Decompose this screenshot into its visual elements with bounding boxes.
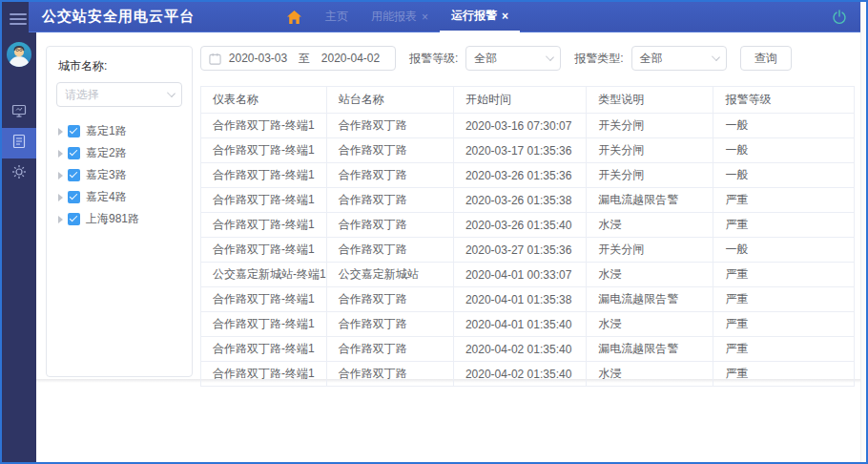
tree-item-label: 嘉定4路 (86, 189, 127, 205)
menu-toggle-icon[interactable] (10, 11, 27, 24)
table-cell: 合作路双丁路 (326, 188, 453, 213)
tab-主页[interactable]: 主页 (314, 2, 360, 32)
caret-right-icon[interactable] (58, 216, 63, 223)
alarm-level-select[interactable]: 全部 (465, 46, 561, 71)
tab-close-icon[interactable]: × (502, 10, 508, 23)
tree-item-嘉定3路[interactable]: 嘉定3路 (56, 164, 182, 186)
vertical-scrollbar[interactable] (860, 2, 866, 462)
alarm-table: 仪表名称站台名称开始时间类型说明报警等级 合作路双丁路-终端1合作路双丁路202… (200, 86, 855, 387)
sidebar-menu (2, 97, 36, 189)
table-cell: 严重 (713, 263, 855, 287)
table-row[interactable]: 合作路双丁路-终端1合作路双丁路2020-03-26 01:35:40水浸严重 (201, 213, 855, 238)
table-cell: 2020-03-26 01:35:40 (453, 213, 586, 238)
date-range-picker[interactable]: 2020-03-03 至 2020-04-02 (200, 46, 396, 71)
table-cell: 合作路双丁路 (326, 337, 453, 362)
table-cell: 一般 (713, 163, 855, 188)
alarm-type-label: 报警类型: (574, 51, 623, 67)
table-cell: 合作路双丁路 (326, 114, 453, 138)
table-cell: 2020-04-01 01:35:38 (453, 287, 586, 312)
caret-right-icon[interactable] (58, 150, 63, 158)
checkbox-checked[interactable] (68, 125, 80, 137)
table-cell: 漏电流越限告警 (587, 287, 713, 312)
chevron-down-icon (167, 89, 176, 97)
alarm-type-select[interactable]: 全部 (631, 46, 727, 71)
power-icon[interactable] (832, 10, 847, 29)
table-cell: 漏电流越限告警 (587, 337, 713, 362)
checkbox-checked[interactable] (68, 169, 80, 181)
table-row[interactable]: 合作路双丁路-终端1合作路双丁路2020-03-26 01:35:38漏电流越限… (201, 188, 855, 213)
table-cell: 严重 (713, 312, 855, 337)
table-cell: 合作路双丁路 (326, 287, 453, 312)
query-button[interactable]: 查询 (740, 46, 792, 71)
table-cell: 2020-03-16 07:30:07 (453, 114, 586, 138)
table-cell: 合作路双丁路-终端1 (201, 114, 327, 138)
table-cell: 合作路双丁路-终端1 (201, 188, 327, 213)
caret-right-icon[interactable] (58, 128, 63, 136)
table-cell: 水浸 (587, 362, 713, 387)
table-cell: 合作路双丁路 (326, 138, 453, 163)
checkbox-checked[interactable] (68, 147, 80, 159)
page-title: 公交站安全用电云平台 (42, 8, 195, 26)
table-cell: 合作路双丁路-终端1 (201, 312, 327, 337)
checkbox-checked[interactable] (68, 213, 80, 225)
table-cell: 2020-03-26 01:35:38 (453, 188, 586, 213)
table-cell: 合作路双丁路 (326, 238, 453, 263)
tab-close-icon[interactable]: × (422, 11, 428, 24)
checkbox-checked[interactable] (68, 191, 80, 203)
tab-label: 运行报警 (451, 8, 497, 24)
alarm-level-label: 报警等级: (409, 51, 458, 67)
table-row[interactable]: 合作路双丁路-终端1合作路双丁路2020-03-27 01:35:36开关分闸一… (201, 238, 855, 263)
table-row[interactable]: 合作路双丁路-终端1合作路双丁路2020-04-02 01:35:40漏电流越限… (201, 337, 855, 362)
user-avatar[interactable] (7, 42, 31, 67)
table-cell: 合作路双丁路-终端1 (201, 213, 327, 238)
column-header: 站台名称 (326, 87, 453, 114)
end-date-value[interactable]: 2020-04-02 (314, 52, 387, 65)
sidebar-item-report[interactable] (2, 128, 36, 158)
table-row[interactable]: 公交嘉定新城站-终端1公交嘉定新城站2020-04-01 00:33:07水浸严… (201, 263, 855, 287)
tree-item-嘉定1路[interactable]: 嘉定1路 (56, 120, 182, 142)
caret-right-icon[interactable] (58, 172, 63, 179)
table-cell: 开关分闸 (587, 238, 713, 263)
table-row[interactable]: 合作路双丁路-终端1合作路双丁路2020-04-01 01:35:38漏电流越限… (201, 287, 855, 312)
tree-item-嘉定2路[interactable]: 嘉定2路 (56, 142, 182, 164)
tree-item-上海981路[interactable]: 上海981路 (56, 208, 182, 230)
start-date-value[interactable]: 2020-03-03 (221, 52, 295, 65)
table-row[interactable]: 合作路双丁路-终端1合作路双丁路2020-04-02 01:35:40水浸严重 (201, 362, 855, 387)
tree-item-嘉定4路[interactable]: 嘉定4路 (56, 186, 182, 208)
table-cell: 合作路双丁路-终端1 (201, 138, 327, 163)
city-select-placeholder: 请选择 (65, 87, 99, 103)
table-cell: 2020-04-01 01:35:40 (453, 312, 586, 337)
table-row[interactable]: 合作路双丁路-终端1合作路双丁路2020-04-01 01:35:40水浸严重 (201, 312, 855, 337)
alarm-level-value: 全部 (474, 51, 497, 67)
home-icon[interactable] (286, 10, 302, 25)
chevron-down-icon (712, 53, 720, 61)
city-name-label: 城市名称: (58, 58, 182, 74)
sidebar-item-monitor[interactable] (2, 97, 36, 128)
column-header: 开始时间 (453, 87, 586, 114)
caret-right-icon[interactable] (58, 194, 63, 201)
table-cell: 水浸 (587, 263, 713, 287)
table-row[interactable]: 合作路双丁路-终端1合作路双丁路2020-03-16 07:30:07开关分闸一… (201, 114, 855, 138)
table-cell: 2020-03-27 01:35:36 (453, 238, 586, 263)
table-cell: 开关分闸 (587, 138, 713, 163)
tab-label: 主页 (325, 9, 348, 25)
filter-bar: 2020-03-03 至 2020-04-02 报警等级: 全部 报警类型: 全… (200, 46, 855, 71)
table-cell: 合作路双丁路 (326, 213, 453, 238)
sidebar-item-settings[interactable] (2, 158, 36, 189)
table-cell: 合作路双丁路-终端1 (201, 337, 327, 362)
table-row[interactable]: 合作路双丁路-终端1合作路双丁路2020-03-17 01:35:36开关分闸一… (201, 138, 855, 163)
table-cell: 2020-04-02 01:35:40 (453, 362, 586, 387)
tab-用能报表[interactable]: 用能报表× (360, 2, 440, 32)
table-row[interactable]: 合作路双丁路-终端1合作路双丁路2020-03-26 01:35:36开关分闸一… (201, 163, 855, 188)
tree-item-label: 嘉定3路 (86, 167, 127, 183)
tab-label: 用能报表 (371, 9, 417, 25)
table-cell: 合作路双丁路-终端1 (201, 362, 327, 387)
city-select[interactable]: 请选择 (56, 82, 182, 107)
table-cell: 严重 (713, 362, 855, 387)
tab-运行报警[interactable]: 运行报警× (440, 2, 520, 32)
table-cell: 合作路双丁路 (326, 312, 453, 337)
table-cell: 漏电流越限告警 (587, 188, 713, 213)
table-cell: 严重 (713, 337, 855, 362)
tree-item-label: 嘉定1路 (86, 123, 127, 139)
column-header: 仪表名称 (201, 87, 327, 114)
